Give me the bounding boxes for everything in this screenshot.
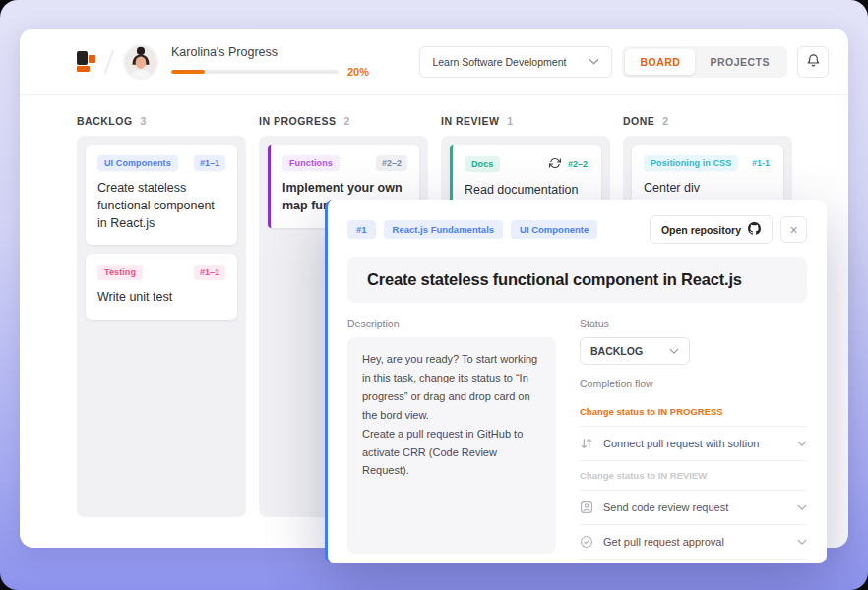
- notifications-button[interactable]: [797, 46, 829, 78]
- task-modal: #1 React.js Fundamentals UI Componente O…: [325, 200, 827, 563]
- flow-task-step[interactable]: Connect pull request with soltion: [580, 427, 807, 461]
- column-title: DONE: [623, 115, 654, 127]
- tag-pill: Testing: [97, 265, 143, 280]
- tag-pill: Docs: [465, 156, 500, 172]
- flow-task-step[interactable]: Send code review request: [580, 491, 807, 525]
- course-select-value: Learn Software Development: [432, 56, 566, 68]
- task-ref: #1-1: [750, 155, 772, 171]
- tab-board[interactable]: BOARD: [625, 49, 695, 75]
- chevron-down-icon: [669, 348, 679, 355]
- modal-tag: UI Componente: [511, 220, 597, 239]
- tab-projects[interactable]: PROJECTS: [695, 49, 784, 75]
- course-select[interactable]: Learn Software Development: [419, 46, 612, 78]
- column-count: 3: [141, 115, 147, 127]
- task-title: Center div: [644, 180, 772, 198]
- bell-icon: [806, 53, 821, 71]
- column-backlog: BACKLOG3 UI Components #1–1 Create state…: [77, 111, 246, 517]
- breadcrumb-slash: [104, 49, 115, 74]
- chevron-down-icon: [797, 539, 807, 546]
- column-count: 2: [662, 115, 668, 127]
- modal-title-box: Create stateless functional component in…: [347, 257, 807, 303]
- approval-icon: [580, 535, 593, 549]
- task-card[interactable]: Testing #1–1 Write unit test: [86, 254, 237, 320]
- description-text: Hey, are you ready? To start working in …: [347, 337, 556, 554]
- flow-status-step: Change status to IN PROGRESS: [580, 397, 807, 427]
- task-title: Create stateless functional component in…: [97, 180, 225, 232]
- view-toggle: BOARD PROJECTS: [622, 46, 787, 78]
- task-ref: #1–1: [194, 265, 225, 280]
- column-count: 1: [507, 115, 513, 127]
- flow-task-label: Connect pull request with soltion: [603, 438, 759, 449]
- app-header: Karolina's Progress 20% Learn Software D…: [20, 29, 848, 95]
- description-label: Description: [347, 318, 556, 329]
- code-review-icon: [580, 501, 593, 514]
- close-icon[interactable]: ×: [780, 216, 807, 243]
- flow-task-label: Get pull request approval: [603, 536, 724, 548]
- chevron-down-icon: [797, 441, 807, 447]
- open-repository-button[interactable]: Open repository: [650, 215, 773, 244]
- status-select-value: BACKLOG: [590, 345, 643, 357]
- column-title: BACKLOG: [77, 115, 133, 127]
- chevron-down-icon: [797, 504, 807, 511]
- completion-flow: Change status to IN PROGRESS Connect pul…: [580, 397, 807, 563]
- column-title: IN PROGRESS: [259, 115, 336, 127]
- task-title: Write unit test: [97, 289, 225, 307]
- flow-task-step[interactable]: Get pull request approval: [580, 525, 807, 560]
- progress-bar: [171, 70, 339, 74]
- task-ref: #1–1: [194, 155, 225, 171]
- task-ref: #2–2: [376, 155, 407, 171]
- pull-request-icon: [580, 437, 593, 450]
- flow-task-step[interactable]: Merge your code: [580, 560, 807, 563]
- flow-task-label: Send code review request: [603, 502, 728, 513]
- app-logo: [77, 51, 95, 72]
- flow-status-step: Change status to IN REVIEW: [580, 461, 807, 491]
- page-background: Karolina's Progress 20% Learn Software D…: [0, 0, 868, 590]
- user-progress-title: Karolina's Progress: [171, 45, 369, 59]
- task-ref: #2–2: [566, 156, 589, 172]
- tag-pill: UI Components: [97, 155, 178, 171]
- sync-icon: [549, 155, 561, 173]
- column-count: 2: [343, 115, 349, 127]
- avatar[interactable]: [123, 44, 158, 80]
- modal-title: Create stateless functional component in…: [367, 270, 787, 289]
- status-select[interactable]: BACKLOG: [580, 337, 690, 365]
- column-title: IN REVIEW: [441, 115, 499, 127]
- github-icon: [748, 222, 761, 237]
- progress-percent: 20%: [347, 66, 369, 78]
- modal-tag: React.js Fundamentals: [384, 220, 503, 239]
- tag-pill: Positioning in CSS: [644, 155, 738, 171]
- completion-flow-label: Completion flow: [580, 378, 807, 389]
- tag-pill: Functions: [282, 155, 340, 171]
- task-card[interactable]: UI Components #1–1 Create stateless func…: [86, 145, 237, 245]
- status-label: Status: [580, 318, 807, 329]
- progress-fill: [171, 70, 205, 74]
- chevron-down-icon: [589, 58, 599, 66]
- avatar-illustration: [125, 46, 156, 78]
- column-body: UI Components #1–1 Create stateless func…: [77, 136, 246, 517]
- modal-tag: #1: [347, 220, 376, 239]
